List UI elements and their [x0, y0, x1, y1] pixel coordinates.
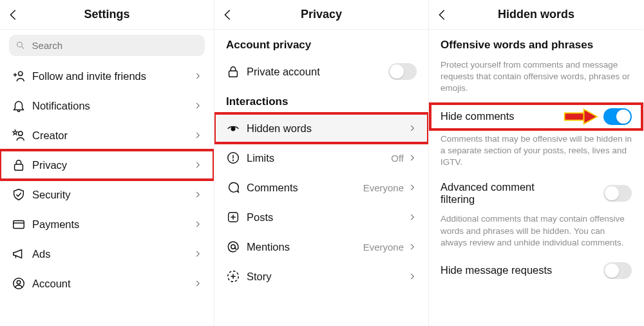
hide-comments-toggle[interactable]: [603, 108, 632, 125]
advanced-filtering-description: Additional comments that may contain off…: [429, 211, 643, 256]
chevron-left-icon: [6, 8, 21, 22]
row-label: Comments: [243, 182, 363, 194]
row-label: Privacy: [28, 159, 193, 171]
row-label: Payments: [28, 218, 193, 231]
row-value: Everyone: [363, 242, 404, 253]
eye-hidden-icon: [226, 121, 243, 135]
add-people-icon: [12, 69, 28, 83]
private-account-toggle[interactable]: [388, 63, 417, 80]
row-label: Follow and invite friends: [28, 70, 193, 82]
privacy-item-limits[interactable]: Limits Off: [214, 143, 428, 173]
page-title: Privacy: [301, 8, 342, 21]
limits-icon: [226, 151, 243, 165]
chevron-right-icon: [408, 272, 417, 281]
private-account-row[interactable]: Private account: [214, 57, 428, 86]
chevron-right-icon: [193, 101, 202, 110]
search-field[interactable]: [9, 35, 205, 56]
page-title: Settings: [84, 8, 129, 21]
privacy-item-story[interactable]: Story: [214, 262, 428, 291]
section-interactions: Interactions: [214, 86, 428, 113]
row-label: Notifications: [28, 100, 193, 112]
svg-marker-25: [584, 109, 598, 123]
settings-item-privacy[interactable]: Privacy: [0, 150, 214, 180]
offensive-description: Protect yourself from comments and messa…: [429, 57, 643, 102]
page-title: Hidden words: [498, 8, 574, 21]
shield-icon: [12, 187, 28, 202]
svg-point-6: [19, 131, 23, 135]
svg-point-20: [231, 245, 235, 249]
hide-comments-description: Comments that may be offensive will be h…: [429, 131, 643, 177]
chevron-right-icon: [193, 279, 202, 288]
lock-icon: [12, 158, 28, 172]
privacy-panel: Privacy Account privacy Private account …: [214, 0, 429, 326]
row-value: Everyone: [363, 182, 404, 193]
row-label: Security: [28, 189, 193, 201]
settings-item-creator[interactable]: Creator: [0, 120, 214, 150]
chevron-right-icon: [408, 242, 417, 251]
chevron-right-icon: [193, 249, 202, 258]
svg-point-0: [17, 42, 23, 47]
privacy-header: Privacy: [214, 0, 428, 30]
settings-item-account[interactable]: Account: [0, 269, 214, 298]
svg-rect-24: [565, 113, 584, 120]
attention-arrow-icon: [562, 108, 598, 126]
advanced-filtering-toggle[interactable]: [603, 185, 632, 202]
chevron-right-icon: [408, 183, 417, 192]
settings-item-security[interactable]: Security: [0, 180, 214, 209]
settings-item-follow[interactable]: Follow and invite friends: [0, 61, 214, 91]
star-person-icon: [12, 128, 28, 142]
row-label: Hide message requests: [440, 264, 552, 276]
row-label: Posts: [243, 211, 408, 224]
search-input[interactable]: [31, 39, 198, 52]
svg-rect-7: [15, 164, 23, 170]
privacy-item-hidden-words[interactable]: Hidden words: [214, 113, 428, 143]
chevron-right-icon: [193, 131, 202, 140]
chevron-right-icon: [408, 124, 417, 133]
privacy-item-mentions[interactable]: Mentions Everyone: [214, 232, 428, 262]
chevron-right-icon: [193, 220, 202, 229]
story-icon: [226, 269, 243, 283]
privacy-item-comments[interactable]: Comments Everyone: [214, 173, 428, 202]
chevron-right-icon: [193, 72, 202, 81]
svg-marker-5: [13, 130, 17, 135]
svg-line-1: [22, 46, 24, 48]
chevron-left-icon: [435, 8, 450, 22]
row-label: Hidden words: [243, 122, 408, 135]
svg-point-16: [233, 160, 234, 160]
svg-rect-8: [14, 221, 24, 229]
advanced-filtering-row[interactable]: Advanced comment filtering: [429, 176, 643, 211]
plus-square-icon: [226, 210, 243, 224]
megaphone-icon: [12, 247, 28, 261]
settings-header: Settings: [0, 0, 214, 30]
privacy-item-posts[interactable]: Posts: [214, 202, 428, 232]
hide-comments-row[interactable]: Hide comments: [429, 102, 643, 131]
row-label: Limits: [243, 152, 391, 164]
row-label: Ads: [28, 248, 193, 260]
back-button[interactable]: [6, 0, 21, 30]
settings-item-payments[interactable]: Payments: [0, 209, 214, 239]
row-label: Private account: [243, 66, 388, 78]
settings-item-ads[interactable]: Ads: [0, 239, 214, 269]
chevron-right-icon: [193, 160, 202, 169]
account-icon: [12, 276, 28, 291]
row-label: Account: [28, 278, 193, 290]
svg-point-13: [231, 127, 235, 131]
row-value: Off: [391, 153, 404, 164]
hide-message-requests-toggle[interactable]: [603, 262, 632, 279]
row-label: Hide comments: [440, 110, 515, 122]
chevron-right-icon: [408, 153, 417, 162]
section-offensive: Offensive words and phrases: [429, 30, 643, 57]
hide-message-requests-row[interactable]: Hide message requests: [429, 256, 643, 285]
card-icon: [12, 217, 28, 231]
chevron-left-icon: [221, 8, 235, 22]
back-button[interactable]: [435, 0, 450, 30]
lock-icon: [226, 64, 243, 79]
chevron-right-icon: [193, 190, 202, 199]
settings-item-notifications[interactable]: Notifications: [0, 91, 214, 120]
section-account-privacy: Account privacy: [214, 30, 428, 57]
row-label: Mentions: [243, 241, 363, 253]
hidden-words-panel: Hidden words Offensive words and phrases…: [429, 0, 643, 326]
at-icon: [226, 240, 243, 254]
chevron-right-icon: [408, 213, 417, 222]
back-button[interactable]: [221, 0, 235, 30]
